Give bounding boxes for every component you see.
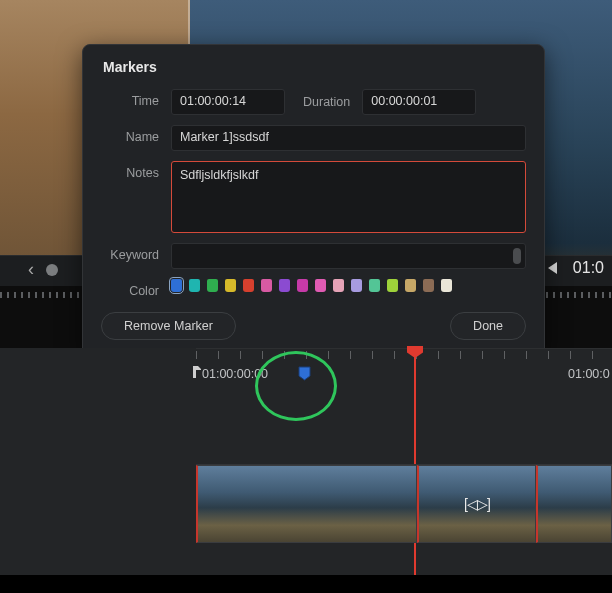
clip-segment[interactable] (196, 465, 417, 543)
keyword-scroll-thumb-icon[interactable] (513, 248, 521, 264)
color-swatch-cocoa[interactable] (423, 279, 434, 292)
color-swatch-lavender[interactable] (351, 279, 362, 292)
timeline-ruler[interactable]: 01:00:00:00 01:00:0 (196, 348, 612, 395)
video-track[interactable]: [◁▷] (196, 464, 612, 543)
in-point-icon[interactable] (192, 365, 202, 379)
color-swatch-red[interactable] (243, 279, 254, 292)
dialog-title: Markers (103, 59, 526, 75)
color-swatch-rose[interactable] (333, 279, 344, 292)
ruler-timecode-next: 01:00:0 (568, 367, 610, 381)
prev-clip-button[interactable]: ‹ (28, 259, 34, 280)
color-swatch-cream[interactable] (441, 279, 452, 292)
color-swatch-cyan[interactable] (189, 279, 200, 292)
notes-field[interactable]: Sdfljsldkfjslkdf (171, 161, 526, 233)
color-swatch-fuchsia[interactable] (315, 279, 326, 292)
color-swatch-yellow[interactable] (225, 279, 236, 292)
loop-indicator-icon[interactable] (46, 264, 58, 276)
color-swatch-mint[interactable] (369, 279, 380, 292)
notes-label: Notes (101, 161, 159, 180)
insert-overlay-icon: [◁▷] (464, 496, 490, 512)
time-field[interactable]: 01:00:00:14 (171, 89, 285, 115)
markers-dialog: Markers Time 01:00:00:14 Duration 00:00:… (82, 44, 545, 359)
color-swatch-blue[interactable] (171, 279, 182, 292)
duration-label: Duration (303, 95, 350, 109)
timeline-marker-icon[interactable] (298, 366, 311, 381)
clip-segment[interactable] (536, 465, 612, 543)
timeline-panel: 01:00:00:00 01:00:0 [◁▷] (0, 348, 612, 593)
color-swatch-lime[interactable] (387, 279, 398, 292)
ruler-timecode-start: 01:00:00:00 (202, 367, 268, 381)
done-button[interactable]: Done (450, 312, 526, 340)
color-swatch-sand[interactable] (405, 279, 416, 292)
keyword-field[interactable] (180, 248, 513, 264)
clip-segment[interactable]: [◁▷] (417, 465, 536, 543)
color-swatch-row (171, 279, 526, 292)
color-swatch-purple[interactable] (279, 279, 290, 292)
duration-field[interactable]: 00:00:00:01 (362, 89, 476, 115)
keyword-field-wrap (171, 243, 526, 269)
color-swatch-green[interactable] (207, 279, 218, 292)
name-field[interactable]: Marker 1]ssdsdf (171, 125, 526, 151)
color-swatch-pink[interactable] (261, 279, 272, 292)
keyword-label: Keyword (101, 243, 159, 262)
color-label: Color (101, 279, 159, 298)
timecode-readout[interactable]: 01:0 (573, 259, 604, 277)
time-label: Time (101, 89, 159, 108)
skip-to-start-button[interactable] (543, 260, 559, 276)
name-label: Name (101, 125, 159, 144)
remove-marker-button[interactable]: Remove Marker (101, 312, 236, 340)
bottom-edge (0, 575, 612, 593)
color-swatch-magenta[interactable] (297, 279, 308, 292)
